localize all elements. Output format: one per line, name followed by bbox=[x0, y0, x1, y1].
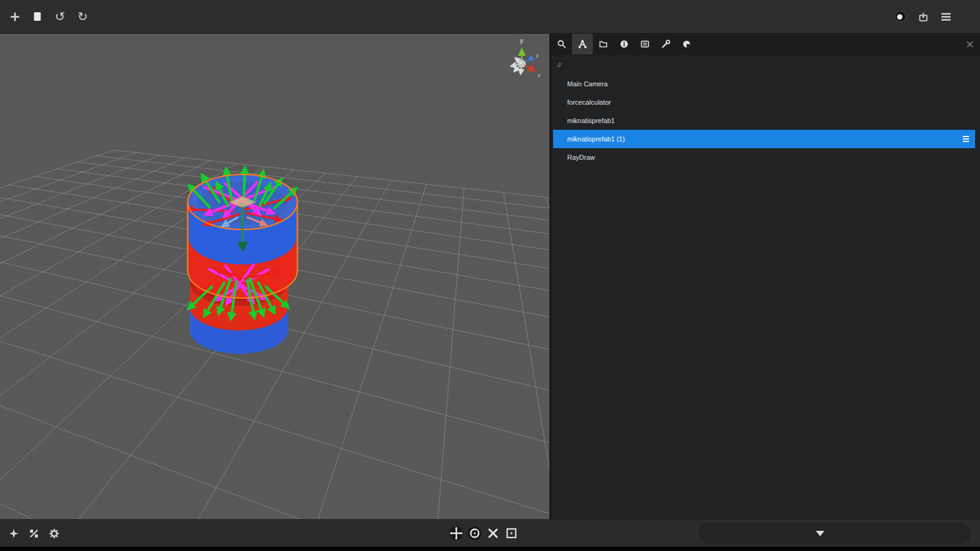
window-edge bbox=[0, 547, 980, 551]
move-cross-icon bbox=[10, 12, 20, 22]
menu-hamburger-icon bbox=[941, 12, 951, 21]
rotate-tool-button[interactable] bbox=[466, 525, 483, 542]
stop-button[interactable] bbox=[29, 8, 46, 25]
rect-tool-button[interactable] bbox=[503, 525, 520, 542]
hierarchy-list: Main Cameraforcecalculatormiknatisprefab… bbox=[553, 75, 975, 167]
tab-folder[interactable] bbox=[593, 34, 614, 54]
settings-gear-icon bbox=[49, 528, 59, 539]
tab-console[interactable] bbox=[635, 34, 655, 54]
move-tool-button[interactable] bbox=[6, 8, 23, 25]
record-circle-icon bbox=[894, 10, 907, 23]
gizmo-toggle-button[interactable] bbox=[5, 525, 22, 542]
hierarchy-item[interactable]: miknatisprefab1 (1) bbox=[553, 130, 975, 148]
redo-button[interactable]: ↻ bbox=[74, 8, 91, 25]
stop-square-icon bbox=[32, 11, 42, 22]
bottom-toolbar bbox=[0, 519, 980, 547]
rotate-tool-icon bbox=[467, 525, 483, 541]
settings-button[interactable] bbox=[45, 525, 62, 542]
top-toolbar: ↺ ↻ bbox=[0, 0, 980, 34]
move-tool-button-bottom[interactable] bbox=[448, 525, 465, 542]
hierarchy-item-label: RayDraw bbox=[567, 154, 595, 161]
bottom-toolbar-left bbox=[5, 525, 62, 542]
save-button[interactable] bbox=[914, 8, 932, 25]
breadcrumb: // bbox=[551, 55, 980, 75]
top-toolbar-left: ↺ ↻ bbox=[0, 8, 91, 25]
undo-button[interactable]: ↺ bbox=[51, 8, 69, 25]
gizmo-label-z: z bbox=[536, 53, 539, 59]
snap-percent-icon bbox=[29, 528, 39, 539]
save-box-icon bbox=[918, 12, 929, 22]
tab-info[interactable] bbox=[614, 34, 635, 54]
bottom-toolbar-center bbox=[448, 525, 520, 542]
hierarchy-item-label: miknatisprefab1 bbox=[567, 117, 615, 124]
app-window: ↺ ↻ bbox=[0, 0, 980, 551]
top-toolbar-right bbox=[892, 8, 980, 25]
snap-toggle-button[interactable] bbox=[25, 525, 42, 542]
tab-search[interactable] bbox=[551, 34, 572, 54]
undo-rotate-icon: ↺ bbox=[55, 10, 66, 23]
main-menu-button[interactable] bbox=[937, 8, 954, 25]
gizmo-label-y: y bbox=[520, 37, 523, 44]
tab-tools[interactable] bbox=[655, 34, 676, 54]
redo-rotate-icon: ↻ bbox=[78, 10, 88, 23]
panel-close-icon[interactable] bbox=[964, 39, 975, 50]
hierarchy-item-label: Main Camera bbox=[567, 80, 608, 88]
orientation-gizmo[interactable]: y z x bbox=[511, 37, 541, 78]
hierarchy-item[interactable]: RayDraw bbox=[553, 148, 975, 167]
panel-tab-bar bbox=[551, 34, 980, 55]
tab-hierarchy[interactable] bbox=[572, 34, 593, 54]
row-menu-icon[interactable] bbox=[963, 136, 969, 142]
sparkle-gizmo-icon bbox=[9, 528, 19, 539]
hierarchy-item-label: miknatisprefab1 (1) bbox=[567, 135, 625, 143]
scale-close-icon bbox=[487, 527, 499, 539]
scale-tool-button[interactable] bbox=[484, 525, 502, 542]
scene-canvas[interactable]: y z x bbox=[0, 34, 549, 519]
3d-viewport[interactable]: y z x bbox=[0, 34, 549, 519]
hierarchy-item[interactable]: Main Camera bbox=[553, 75, 975, 93]
hierarchy-item[interactable]: forcecalculator bbox=[553, 93, 975, 111]
right-panel: // Main Cameraforcecalculatormiknatispre… bbox=[549, 34, 980, 519]
chevron-down-icon bbox=[816, 531, 824, 536]
gizmo-label-x: x bbox=[538, 72, 541, 78]
move-tool-icon bbox=[448, 525, 464, 541]
layer-dropdown[interactable] bbox=[698, 522, 971, 544]
rect-tool-icon bbox=[505, 527, 518, 539]
hierarchy-item-label: forcecalculator bbox=[567, 99, 611, 106]
record-toggle-button[interactable] bbox=[892, 8, 909, 25]
hierarchy-item[interactable]: miknatisprefab1 bbox=[553, 111, 975, 130]
tab-render[interactable] bbox=[676, 34, 697, 54]
